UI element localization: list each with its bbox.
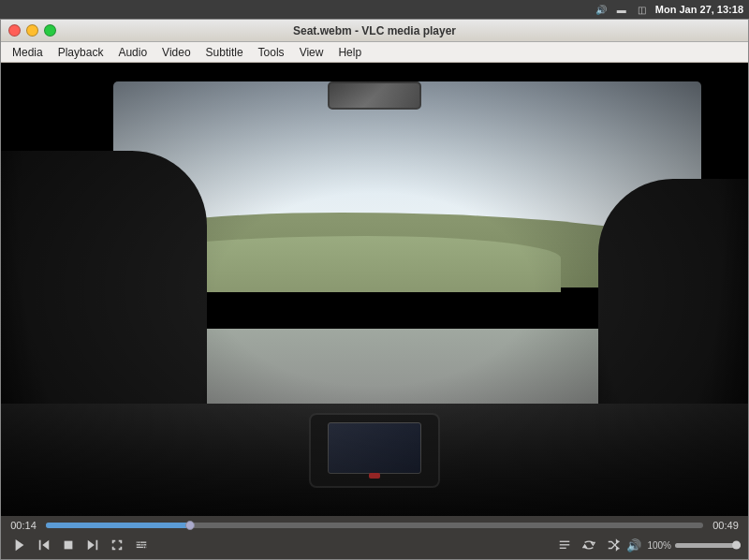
infotainment-unit [309,413,440,488]
svg-marker-0 [16,539,24,551]
playlist-icon [558,538,571,552]
menu-item-video[interactable]: Video [154,44,198,61]
svg-point-14 [144,547,146,549]
svg-point-12 [141,544,143,546]
menu-item-help[interactable]: Help [330,44,369,61]
time-current: 00:14 [8,520,38,531]
stop-icon [62,538,75,552]
extended-icon [135,538,148,552]
next-icon [86,538,99,552]
menu-item-audio[interactable]: Audio [110,44,154,61]
menu-item-view[interactable]: View [292,44,331,61]
svg-rect-1 [39,540,41,551]
close-button[interactable] [8,24,21,37]
svg-marker-5 [88,540,95,551]
svg-rect-17 [560,548,566,549]
video-area[interactable] [1,63,748,516]
playlist-button[interactable] [553,535,576,555]
monitor-icon: ▬ [614,4,629,15]
loop-icon [582,538,595,552]
maximize-button[interactable] [44,24,56,37]
infotainment-button [369,473,380,479]
stop-button[interactable] [57,535,80,555]
controls-bar: 00:14 00:49 [1,516,748,559]
svg-marker-18 [617,540,621,544]
volume-sys-icon: 🔊 [594,4,609,15]
system-bar: 🔊 ▬ ◫ Mon Jan 27, 13:18 [0,0,749,19]
volume-fill [675,543,741,548]
window-title: Seat.webm - VLC media player [293,24,456,37]
video-frame [1,63,748,516]
svg-point-10 [139,541,140,543]
volume-area: 🔊 100% [626,538,741,553]
volume-handle[interactable] [732,541,741,550]
menu-item-media[interactable]: Media [5,44,51,61]
seek-bar[interactable] [46,523,703,528]
volume-icon[interactable]: 🔊 [626,538,641,553]
menu-item-subtitle[interactable]: Subtitle [198,44,251,61]
buttons-row: 🔊 100% [8,535,741,555]
svg-rect-15 [560,541,570,542]
vlc-window: Seat.webm - VLC media player Media Playb… [0,19,749,560]
menu-item-tools[interactable]: Tools [251,44,292,61]
seek-handle[interactable] [185,521,195,530]
volume-slider[interactable] [675,543,741,548]
window-controls[interactable] [8,24,56,37]
play-button[interactable] [8,535,31,555]
next-button[interactable] [81,535,104,555]
svg-marker-19 [617,547,621,551]
svg-marker-2 [42,540,49,551]
progress-fill [46,523,190,528]
play-icon [13,538,26,552]
fullscreen-button[interactable] [106,535,128,555]
menu-bar: Media Playback Audio Video Subtitle Tool… [1,42,748,63]
progress-row: 00:14 00:49 [8,520,741,531]
prev-icon [37,538,51,552]
svg-rect-16 [560,544,570,545]
loop-button[interactable] [578,535,600,555]
extended-settings-button[interactable] [130,535,153,555]
battery-icon: ◫ [635,4,650,15]
dashboard [1,404,748,516]
system-tray: 🔊 ▬ ◫ Mon Jan 27, 13:18 [594,4,743,15]
svg-rect-3 [65,541,73,550]
time-total: 00:49 [711,520,741,531]
rearview-mirror [328,81,421,110]
title-bar: Seat.webm - VLC media player [1,20,748,42]
random-icon [607,538,620,552]
prev-button[interactable] [33,535,55,555]
infotainment-screen [328,422,421,474]
svg-rect-4 [96,540,98,551]
menu-item-playback[interactable]: Playback [51,44,111,61]
fullscreen-icon [110,538,124,552]
system-time: Mon Jan 27, 13:18 [655,4,743,15]
minimize-button[interactable] [26,24,38,37]
random-button[interactable] [602,535,624,555]
volume-label: 100% [645,540,671,551]
